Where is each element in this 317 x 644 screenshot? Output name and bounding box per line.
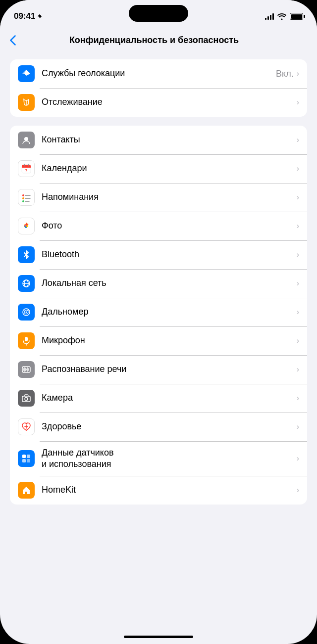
battery-icon: [290, 13, 303, 20]
speechrecognition-chevron: ›: [297, 365, 299, 374]
photos-chevron: ›: [297, 222, 299, 230]
contacts-icon: [18, 132, 35, 148]
bluetooth-label: Bluetooth: [42, 249, 297, 260]
homekit-icon: [18, 482, 35, 499]
signal-bar-1: [265, 18, 266, 20]
sensordata-icon: [18, 450, 35, 467]
sensordata-label1: Данные датчиков: [42, 447, 297, 459]
svg-point-21: [27, 309, 29, 311]
calendars-chevron: ›: [297, 164, 299, 173]
item-camera[interactable]: Камера ›: [10, 384, 307, 413]
home-indicator: [0, 629, 317, 644]
sensordata-chevron: ›: [297, 454, 299, 463]
status-right: [265, 13, 303, 20]
phone-frame: 09:41: [0, 0, 317, 644]
svg-rect-31: [22, 396, 30, 402]
item-health[interactable]: Здоровье ›: [10, 413, 307, 441]
calendars-icon: 7: [18, 160, 35, 177]
microphone-label: Микрофон: [42, 335, 297, 346]
contacts-label: Контакты: [42, 135, 297, 145]
sensordata-label2: и использования: [42, 459, 297, 470]
reminders-icon: [18, 189, 35, 206]
signal-bar-4: [272, 13, 274, 20]
svg-text:7: 7: [25, 168, 28, 173]
speechrecognition-label: Распознавание речи: [42, 364, 297, 375]
localnetwork-label: Локальная сеть: [42, 278, 297, 289]
camera-icon: [18, 390, 35, 407]
item-rangefinder[interactable]: Дальномер ›: [10, 298, 307, 326]
camera-label: Камера: [42, 393, 297, 404]
svg-rect-35: [22, 459, 26, 462]
sensordata-label-container: Данные датчиков и использования: [42, 447, 297, 470]
item-calendars[interactable]: 7 Календари ›: [10, 154, 307, 183]
item-bluetooth[interactable]: Bluetooth ›: [10, 240, 307, 269]
camera-chevron: ›: [297, 394, 299, 403]
svg-point-1: [24, 137, 28, 141]
localnetwork-chevron: ›: [297, 279, 299, 288]
bluetooth-icon: [18, 246, 35, 263]
item-location[interactable]: Службы геолокации Вкл. ›: [10, 59, 307, 88]
tracking-icon: [18, 94, 35, 111]
tracking-chevron: ›: [297, 98, 299, 107]
signal-bar-2: [267, 16, 269, 20]
item-speechrecognition[interactable]: Распознавание речи ›: [10, 355, 307, 384]
item-tracking[interactable]: Отслеживание ›: [10, 88, 307, 117]
tracking-label: Отслеживание: [42, 97, 297, 108]
nav-bar: Конфиденциальность и безопасность: [0, 27, 317, 53]
dynamic-island: [129, 5, 188, 22]
location-label: Службы геолокации: [42, 68, 276, 79]
item-photos[interactable]: Фото ›: [10, 212, 307, 240]
status-bar: 09:41: [0, 0, 317, 27]
location-icon: [18, 65, 35, 82]
item-contacts[interactable]: Контакты ›: [10, 126, 307, 154]
item-homekit[interactable]: HomeKit ›: [10, 476, 307, 505]
status-time: 09:41: [14, 11, 42, 21]
reminders-label: Напоминания: [42, 192, 297, 203]
microphone-icon: [18, 332, 35, 349]
svg-rect-22: [25, 337, 28, 341]
section-permissions: Контакты › 7 Календари ›: [10, 126, 307, 505]
nav-title: Конфиденциальность и безопасность: [16, 35, 292, 46]
section-top: Службы геолокации Вкл. › Отслеживание ›: [10, 59, 307, 117]
battery-fill: [291, 14, 302, 19]
back-button[interactable]: [10, 35, 16, 46]
svg-point-20: [26, 312, 27, 313]
item-reminders[interactable]: Напоминания ›: [10, 183, 307, 212]
reminders-chevron: ›: [297, 193, 299, 202]
health-label: Здоровье: [42, 421, 297, 432]
microphone-chevron: ›: [297, 336, 299, 345]
svg-point-9: [22, 197, 24, 199]
bluetooth-chevron: ›: [297, 250, 299, 259]
rangefinder-icon: [18, 304, 35, 321]
svg-rect-33: [22, 455, 26, 458]
back-chevron-icon: [10, 35, 16, 46]
svg-point-8: [22, 194, 24, 196]
photos-icon: [18, 218, 35, 234]
svg-rect-34: [27, 455, 30, 458]
wifi-icon: [277, 13, 286, 20]
location-value: Вкл.: [276, 69, 294, 79]
svg-point-10: [22, 200, 24, 202]
content-area: Службы геолокации Вкл. › Отслеживание ›: [0, 53, 317, 629]
health-icon: [18, 418, 35, 435]
speechrecognition-icon: [18, 361, 35, 378]
item-microphone[interactable]: Микрофон ›: [10, 326, 307, 355]
health-chevron: ›: [297, 422, 299, 431]
svg-rect-4: [22, 166, 31, 168]
contacts-chevron: ›: [297, 136, 299, 144]
homekit-chevron: ›: [297, 486, 299, 495]
svg-rect-36: [27, 459, 30, 462]
time-label: 09:41: [14, 11, 35, 21]
signal-bar-3: [270, 15, 271, 20]
location-chevron: ›: [297, 69, 299, 78]
photos-label: Фото: [42, 221, 297, 231]
home-bar: [124, 636, 193, 638]
calendars-label: Календари: [42, 163, 297, 174]
signal-bars: [265, 13, 274, 20]
localnetwork-icon: [18, 275, 35, 292]
location-arrow-icon: [37, 14, 42, 19]
rangefinder-label: Дальномер: [42, 307, 297, 318]
item-localnetwork[interactable]: Локальная сеть ›: [10, 269, 307, 298]
homekit-label: HomeKit: [42, 485, 297, 496]
item-sensordata[interactable]: Данные датчиков и использования ›: [10, 441, 307, 476]
